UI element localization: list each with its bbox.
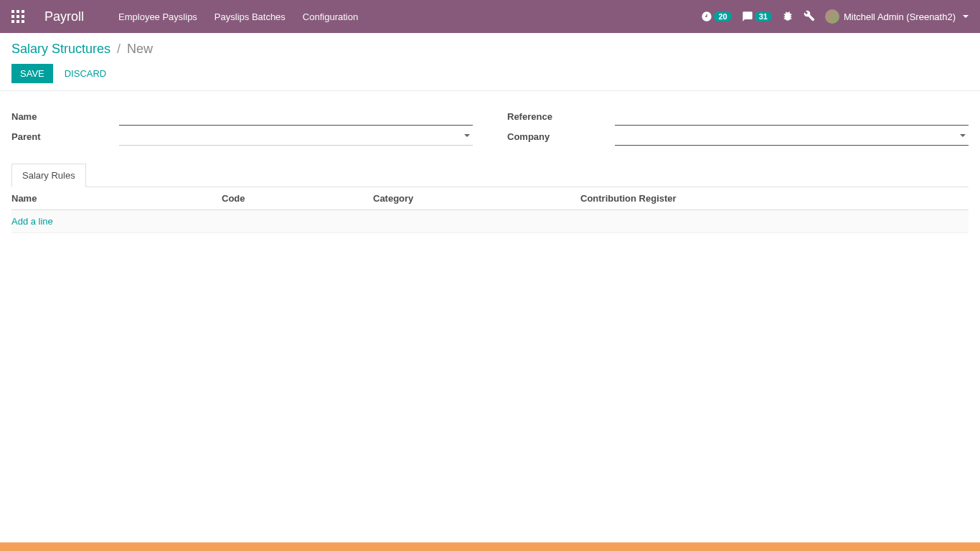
- breadcrumb-current: New: [127, 42, 153, 56]
- save-button[interactable]: Save: [11, 64, 53, 83]
- parent-label: Parent: [11, 128, 119, 142]
- breadcrumb-sep: /: [117, 42, 121, 56]
- activity-button[interactable]: 20: [701, 11, 731, 22]
- chevron-down-icon[interactable]: [960, 134, 966, 137]
- discard-button[interactable]: Discard: [59, 64, 113, 83]
- field-parent: Parent: [11, 128, 473, 146]
- chat-icon: [742, 11, 753, 22]
- avatar: [825, 9, 839, 24]
- col-code[interactable]: Code: [222, 193, 373, 204]
- apps-icon[interactable]: [11, 10, 24, 23]
- reference-input[interactable]: [615, 108, 969, 126]
- field-reference: Reference: [507, 108, 969, 126]
- chevron-down-icon: [963, 15, 969, 18]
- add-line-link[interactable]: Add a line: [11, 215, 969, 228]
- form-sheet: Name Reference Parent Company: [0, 91, 980, 255]
- name-label: Name: [11, 108, 119, 122]
- debug-button[interactable]: [782, 10, 793, 24]
- salary-rules-table: Name Code Category Contribution Register…: [11, 187, 969, 233]
- bug-icon: [782, 10, 793, 22]
- field-company: Company: [507, 128, 969, 146]
- user-name: Mitchell Admin (Sreenath2): [844, 11, 956, 22]
- parent-input[interactable]: [119, 128, 473, 146]
- company-input[interactable]: [615, 128, 969, 146]
- tab-salary-rules[interactable]: Salary Rules: [11, 164, 86, 187]
- col-category[interactable]: Category: [373, 193, 580, 204]
- table-header: Name Code Category Contribution Register: [11, 187, 969, 210]
- reference-label: Reference: [507, 108, 615, 122]
- clock-icon: [701, 11, 712, 22]
- nav-configuration[interactable]: Configuration: [303, 11, 358, 22]
- messages-count: 31: [755, 11, 772, 22]
- nav-menu: Employee Payslips Payslips Batches Confi…: [118, 11, 358, 22]
- table-body: Add a line: [11, 210, 969, 233]
- company-label: Company: [507, 128, 615, 142]
- form-row-1: Name Reference: [11, 108, 969, 126]
- sheet-footer: [11, 232, 969, 255]
- col-contribution-register[interactable]: Contribution Register: [580, 193, 969, 204]
- topbar-right: 20 31 Mitchell Admin (Sreenath2): [701, 9, 969, 24]
- nav-payslips-batches[interactable]: Payslips Batches: [215, 11, 286, 22]
- app-title[interactable]: Payroll: [44, 9, 84, 24]
- col-name[interactable]: Name: [11, 193, 222, 204]
- control-buttons: Save Discard: [11, 64, 969, 83]
- tabs: Salary Rules: [11, 163, 969, 187]
- nav-employee-payslips[interactable]: Employee Payslips: [118, 11, 197, 22]
- messages-button[interactable]: 31: [742, 11, 772, 22]
- name-input[interactable]: [119, 108, 473, 126]
- activity-count: 20: [714, 11, 731, 22]
- breadcrumb-parent[interactable]: Salary Structures: [11, 42, 110, 56]
- tools-button[interactable]: [804, 10, 815, 24]
- breadcrumb: Salary Structures / New: [11, 42, 969, 57]
- user-menu[interactable]: Mitchell Admin (Sreenath2): [825, 9, 969, 24]
- wrench-icon: [804, 10, 815, 22]
- form-row-2: Parent Company: [11, 128, 969, 146]
- topbar: Payroll Employee Payslips Payslips Batch…: [0, 0, 980, 33]
- field-name: Name: [11, 108, 473, 126]
- control-panel: Salary Structures / New Save Discard: [0, 33, 980, 91]
- chevron-down-icon[interactable]: [464, 134, 470, 137]
